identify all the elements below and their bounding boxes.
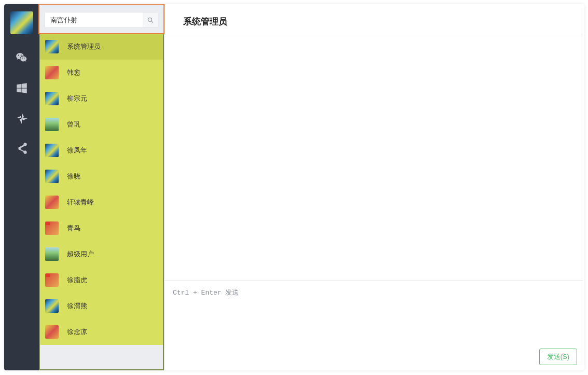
- contact-name: 柳宗元: [67, 94, 87, 103]
- wechat-icon[interactable]: [11, 48, 32, 68]
- search-area: [38, 4, 165, 34]
- contact-avatar: [45, 92, 59, 105]
- contact-name: 韩愈: [67, 68, 80, 77]
- search-input[interactable]: [45, 12, 143, 27]
- contact-name: 轩辕青峰: [67, 198, 94, 207]
- contact-name: 徐脂虎: [67, 275, 87, 285]
- contact-item[interactable]: 柳宗元: [40, 86, 163, 112]
- chat-textarea[interactable]: [165, 281, 583, 348]
- contact-item[interactable]: 韩愈: [40, 60, 163, 86]
- contact-name: 徐念凉: [67, 327, 87, 337]
- contact-avatar: [45, 170, 59, 183]
- share-icon[interactable]: [11, 138, 32, 159]
- send-button[interactable]: 发送(S): [539, 349, 577, 365]
- contact-name: 徐凤年: [67, 146, 87, 155]
- contacts-list-wrap: 系统管理员韩愈柳宗元曾巩徐凤年徐晓轩辕青峰青鸟超级用户徐脂虎徐渭熊徐念凉: [39, 34, 164, 370]
- contact-avatar: [45, 66, 59, 79]
- chat-input-area: 发送(S): [165, 280, 583, 370]
- user-avatar[interactable]: [10, 11, 33, 34]
- search-button[interactable]: [143, 12, 158, 27]
- contact-item[interactable]: 徐渭熊: [40, 293, 163, 319]
- contact-item[interactable]: 轩辕青峰: [40, 189, 163, 215]
- chat-area: 系统管理员 发送(S): [165, 4, 584, 370]
- contacts-list: 系统管理员韩愈柳宗元曾巩徐凤年徐晓轩辕青峰青鸟超级用户徐脂虎徐渭熊徐念凉: [39, 34, 164, 370]
- contact-item[interactable]: 徐脂虎: [40, 267, 163, 293]
- contact-avatar: [45, 299, 59, 313]
- svg-point-0: [148, 18, 152, 21]
- contact-item[interactable]: 徐晓: [40, 163, 163, 189]
- contact-avatar: [45, 221, 59, 235]
- contact-item[interactable]: 青鸟: [40, 215, 163, 241]
- app-container: 系统管理员韩愈柳宗元曾巩徐凤年徐晓轩辕青峰青鸟超级用户徐脂虎徐渭熊徐念凉 系统管…: [4, 4, 584, 370]
- contact-name: 曾巩: [67, 120, 80, 129]
- contact-item[interactable]: 系统管理员: [40, 34, 163, 60]
- contact-name: 徐渭熊: [67, 301, 87, 311]
- contact-item[interactable]: 曾巩: [40, 112, 163, 137]
- contact-item[interactable]: 徐念凉: [40, 319, 163, 345]
- contact-avatar: [45, 196, 59, 209]
- contact-name: 超级用户: [67, 249, 94, 259]
- chat-header: 系统管理员: [165, 4, 583, 35]
- contact-avatar: [45, 144, 59, 157]
- contact-name: 青鸟: [67, 224, 80, 233]
- contact-name: 徐晓: [67, 172, 80, 181]
- windows-icon[interactable]: [11, 78, 32, 99]
- contact-name: 系统管理员: [67, 42, 101, 51]
- contact-avatar: [45, 273, 59, 287]
- contact-avatar: [45, 247, 59, 261]
- contact-avatar: [45, 325, 59, 339]
- contact-avatar: [45, 118, 59, 131]
- contact-avatar: [45, 40, 59, 53]
- chat-title: 系统管理员: [183, 16, 565, 27]
- search-wrap: [45, 12, 158, 28]
- nav-sidebar: [4, 4, 39, 370]
- contact-item[interactable]: 超级用户: [40, 241, 163, 267]
- svg-line-1: [151, 21, 153, 22]
- pinwheel-icon[interactable]: [11, 108, 32, 129]
- contacts-column: 系统管理员韩愈柳宗元曾巩徐凤年徐晓轩辕青峰青鸟超级用户徐脂虎徐渭熊徐念凉: [39, 4, 165, 370]
- search-icon: [147, 17, 154, 24]
- chat-messages: [165, 35, 584, 280]
- contact-item[interactable]: 徐凤年: [40, 137, 163, 163]
